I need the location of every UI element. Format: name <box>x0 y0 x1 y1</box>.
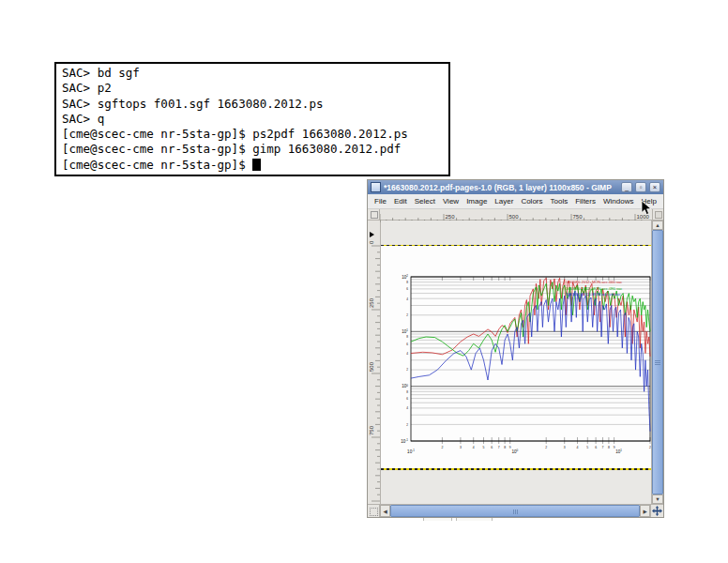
plot-svg: 2345678923456789210-110010110210110010-1… <box>381 246 651 468</box>
svg-text:1663080.2012+MON-acc-090.sac: 1663080.2012+MON-acc-090.sac <box>566 286 622 291</box>
move-cross-icon <box>652 506 662 516</box>
layer-boundary-bottom <box>381 468 651 470</box>
menu-windows[interactable]: Windows <box>603 197 633 205</box>
svg-text:8: 8 <box>608 446 610 449</box>
svg-text:6: 6 <box>406 397 408 401</box>
scroll-down-arrow[interactable]: ▼ <box>652 495 663 504</box>
svg-text:7: 7 <box>498 446 500 449</box>
terminal-line: SAC> p2 <box>62 81 443 96</box>
mouse-cursor <box>641 201 653 216</box>
svg-text:8: 8 <box>406 335 408 339</box>
svg-text:0: 0 <box>369 240 374 244</box>
svg-text:2: 2 <box>406 423 408 427</box>
horizontal-scrollbar[interactable]: ◀ ▶ <box>380 504 650 517</box>
svg-text:3: 3 <box>460 446 462 449</box>
svg-text:500: 500 <box>509 214 520 220</box>
svg-text:6: 6 <box>491 446 493 449</box>
svg-text:1663080.2012+MON-acc-000.sac: 1663080.2012+MON-acc-000.sac <box>566 280 622 284</box>
svg-text:101: 101 <box>402 328 408 334</box>
vertical-scrollbar[interactable]: ▲ ▼ <box>651 221 663 504</box>
menu-view[interactable]: View <box>443 197 459 205</box>
svg-text:101: 101 <box>615 449 622 454</box>
thumb-grip <box>655 362 660 363</box>
svg-text:10-1: 10-1 <box>407 449 415 454</box>
zoom-corner-button[interactable] <box>652 209 663 221</box>
svg-text:102: 102 <box>402 274 408 280</box>
svg-text:750: 750 <box>573 214 584 220</box>
menu-colors[interactable]: Colors <box>521 197 542 205</box>
gimp-window[interactable]: *1663080.2012.pdf-pages-1.0 (RGB, 1 laye… <box>367 179 664 518</box>
navigation-preview-button[interactable] <box>650 504 663 517</box>
svg-text:5: 5 <box>483 446 485 449</box>
svg-text:5: 5 <box>586 446 588 449</box>
svg-text:4: 4 <box>473 446 475 449</box>
quick-mask-toggle[interactable] <box>368 504 380 517</box>
zoom-follow-icon <box>655 211 662 219</box>
svg-text:3: 3 <box>564 446 566 449</box>
svg-text:4: 4 <box>406 406 408 410</box>
svg-text:750: 750 <box>369 425 374 435</box>
svg-text:100: 100 <box>511 449 518 454</box>
select-corner-icon <box>371 211 378 219</box>
svg-text:1663080.2012+MON-acc-ver.sac: 1663080.2012+MON-acc-ver.sac <box>566 292 621 297</box>
ruler-position-marker <box>370 232 374 237</box>
svg-text:6: 6 <box>406 342 408 346</box>
ruler-corner-button[interactable] <box>368 209 380 221</box>
terminal-cursor <box>252 159 261 171</box>
svg-text:2: 2 <box>406 368 408 372</box>
menu-edit[interactable]: Edit <box>394 197 407 205</box>
scroll-up-arrow[interactable]: ▲ <box>652 221 663 230</box>
svg-text:6: 6 <box>406 287 408 291</box>
gimp-window-title: *1663080.2012.pdf-pages-1.0 (RGB, 1 laye… <box>384 183 618 192</box>
minimize-button[interactable]: _ <box>621 182 632 192</box>
scroll-right-arrow[interactable]: ▶ <box>640 505 650 517</box>
menu-layer[interactable]: Layer <box>494 197 513 205</box>
svg-text:10-1: 10-1 <box>401 438 408 444</box>
svg-text:100: 100 <box>402 384 408 389</box>
vertical-ruler[interactable]: 0250500750 <box>368 221 381 504</box>
gimp-menubar: FileEditSelectViewImageLayerColorsToolsF… <box>368 194 663 209</box>
horizontal-ruler[interactable]: 2505007501000 <box>380 209 652 221</box>
svg-text:8: 8 <box>504 446 506 449</box>
terminal-line: SAC> bd sgf <box>62 66 443 81</box>
svg-text:4: 4 <box>406 352 408 356</box>
svg-text:2: 2 <box>441 446 443 449</box>
maximize-button[interactable]: ▫ <box>635 182 646 192</box>
gimp-window-icon <box>371 182 381 192</box>
svg-text:250: 250 <box>446 214 456 220</box>
vertical-scrollbar-thumb[interactable] <box>652 230 663 495</box>
gimp-ruler-row: 2505007501000 <box>368 209 663 221</box>
menu-select[interactable]: Select <box>415 197 435 205</box>
terminal-window[interactable]: SAC> bd sgfSAC> p2SAC> sgftops f001.sgf … <box>54 62 450 176</box>
menu-filters[interactable]: Filters <box>575 197 596 205</box>
menu-file[interactable]: File <box>374 197 387 205</box>
gimp-canvas[interactable]: 2345678923456789210-110010110210110010-1… <box>381 221 651 504</box>
terminal-line: [cme@scec-cme nr-5sta-gp]$ <box>62 158 443 173</box>
svg-text:2: 2 <box>406 313 408 317</box>
svg-text:8: 8 <box>406 390 408 394</box>
svg-text:2: 2 <box>649 446 651 449</box>
close-button[interactable]: × <box>649 182 660 192</box>
terminal-line: [cme@scec-cme nr-5sta-gp]$ gimp 1663080.… <box>62 142 443 157</box>
svg-text:4: 4 <box>577 446 579 449</box>
gimp-titlebar[interactable]: *1663080.2012.pdf-pages-1.0 (RGB, 1 laye… <box>368 180 663 194</box>
menu-tools[interactable]: Tools <box>551 197 569 205</box>
svg-text:6: 6 <box>595 446 597 449</box>
terminal-line: SAC> q <box>62 112 443 127</box>
pdf-page-image[interactable]: 2345678923456789210-110010110210110010-1… <box>381 246 651 468</box>
terminal-line: SAC> sgftops f001.sgf 1663080.2012.ps <box>62 97 443 112</box>
thumb-grip <box>515 510 516 514</box>
scroll-left-arrow[interactable]: ◀ <box>380 505 390 517</box>
quick-mask-icon <box>370 508 378 516</box>
terminal-line: [cme@scec-cme nr-5sta-gp]$ ps2pdf 166308… <box>62 127 443 142</box>
menu-image[interactable]: Image <box>466 197 487 205</box>
svg-text:2: 2 <box>545 446 547 449</box>
svg-text:500: 500 <box>369 361 374 372</box>
svg-text:7: 7 <box>602 446 604 449</box>
horizontal-scrollbar-thumb[interactable] <box>390 505 640 517</box>
svg-text:4: 4 <box>406 297 408 301</box>
desktop: SAC> bd sgfSAC> p2SAC> sgftops f001.sgf … <box>0 0 728 563</box>
svg-text:8: 8 <box>406 281 408 284</box>
svg-text:250: 250 <box>369 297 374 308</box>
